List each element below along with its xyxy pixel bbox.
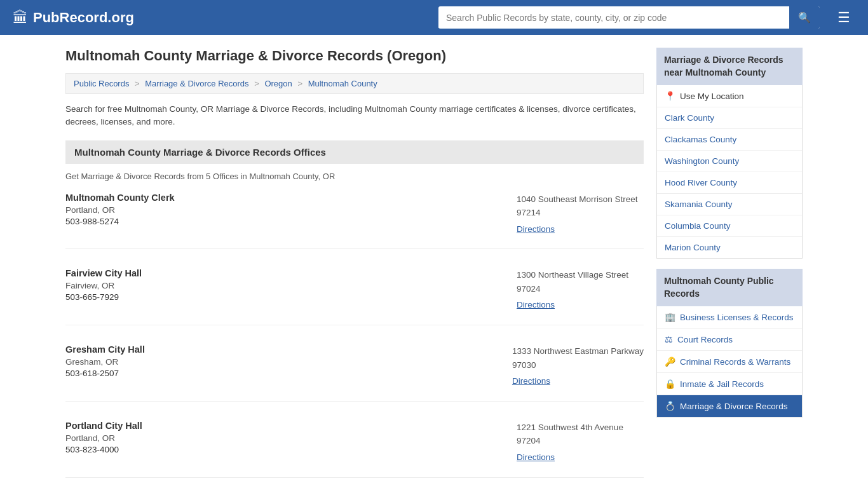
office-name: Fairview City Hall xyxy=(65,268,517,278)
office-city: Portland, OR xyxy=(65,205,517,215)
site-logo[interactable]: 🏛 PubRecord.org xyxy=(13,9,134,27)
marion-county-link[interactable]: Marion County xyxy=(657,237,802,258)
menu-button[interactable]: ☰ xyxy=(832,7,855,29)
public-record-link[interactable]: 💍 Marriage & Divorce Records xyxy=(657,395,802,417)
directions-link[interactable]: Directions xyxy=(517,451,644,464)
offices-list: Multnomah County Clerk Portland, OR 503-… xyxy=(65,193,644,489)
breadcrumb-sep-2: > xyxy=(254,79,261,88)
public-record-link[interactable]: 🏢 Business Licenses & Records xyxy=(657,306,802,328)
address-line1: 1221 Southwest 4th Avenue xyxy=(517,423,623,432)
main-content: Multnomah County Marriage & Divorce Reco… xyxy=(65,48,644,488)
logo-text: PubRecord.org xyxy=(33,10,134,26)
office-address: 1221 Southwest 4th Avenue 97204 Directio… xyxy=(517,421,644,464)
directions-link[interactable]: Directions xyxy=(517,222,644,236)
list-item[interactable]: Marion County xyxy=(657,237,802,258)
page-description: Search for free Multnomah County, OR Mar… xyxy=(65,103,644,129)
record-icon: 🏢 xyxy=(665,312,675,322)
office-address: 1333 Northwest Eastman Parkway 97030 Dir… xyxy=(512,344,644,388)
office-address: 1300 Northeast Village Street 97024 Dire… xyxy=(517,268,644,312)
location-icon: 📍 xyxy=(665,91,675,101)
office-city: Fairview, OR xyxy=(65,281,517,290)
office-city: Gresham, OR xyxy=(65,357,512,367)
breadcrumb-sep-3: > xyxy=(297,79,304,88)
clackamas-county-link[interactable]: Clackamas County xyxy=(657,129,802,150)
main-container: Multnomah County Marriage & Divorce Reco… xyxy=(53,35,815,488)
list-item[interactable]: Hood River County xyxy=(657,172,802,194)
record-icon: ⚖ xyxy=(665,334,673,344)
site-header: 🏛 PubRecord.org 🔍 ☰ xyxy=(0,0,868,35)
public-record-link[interactable]: 🔑 Criminal Records & Warrants xyxy=(657,351,802,372)
office-info: Gresham City Hall Gresham, OR 503-618-25… xyxy=(65,344,512,388)
record-label: Marriage & Divorce Records xyxy=(680,402,788,411)
hood-river-county-link[interactable]: Hood River County xyxy=(657,172,802,193)
search-bar: 🔍 xyxy=(438,6,820,29)
office-info: Portland City Hall Portland, OR 503-823-… xyxy=(65,421,517,464)
search-button[interactable]: 🔍 xyxy=(789,6,820,29)
office-phone: 503-618-2507 xyxy=(65,369,512,378)
list-item[interactable]: 🏢 Business Licenses & Records xyxy=(657,306,802,329)
list-item[interactable]: 🔑 Criminal Records & Warrants xyxy=(657,351,802,373)
record-label: Inmate & Jail Records xyxy=(680,379,764,389)
washington-county-link[interactable]: Washington County xyxy=(657,151,802,172)
office-entry: Gresham City Hall Gresham, OR 503-618-25… xyxy=(65,344,644,402)
list-item[interactable]: Washington County xyxy=(657,151,802,172)
office-phone: 503-823-4000 xyxy=(65,445,517,454)
building-icon: 🏛 xyxy=(13,9,28,27)
office-info: Fairview City Hall Fairview, OR 503-665-… xyxy=(65,268,517,312)
directions-link[interactable]: Directions xyxy=(517,298,644,312)
list-item[interactable]: 🔒 Inmate & Jail Records xyxy=(657,373,802,395)
breadcrumb: Public Records > Marriage & Divorce Reco… xyxy=(65,73,644,94)
list-item[interactable]: Clackamas County xyxy=(657,129,802,151)
use-location-link[interactable]: 📍 Use My Location xyxy=(657,85,802,107)
page-title: Multnomah County Marriage & Divorce Reco… xyxy=(65,48,644,64)
record-icon: 🔑 xyxy=(665,356,675,367)
offices-section-header: Multnomah County Marriage & Divorce Reco… xyxy=(65,140,644,164)
office-phone: 503-988-5274 xyxy=(65,217,517,226)
breadcrumb-multnomah[interactable]: Multnomah County xyxy=(308,79,377,88)
nearby-list: 📍 Use My Location Clark County Clackamas… xyxy=(656,85,803,259)
list-item[interactable]: Skamania County xyxy=(657,194,802,215)
office-entry: Portland City Hall Portland, OR 503-823-… xyxy=(65,421,644,478)
address-zip: 97214 xyxy=(517,208,541,217)
clark-county-link[interactable]: Clark County xyxy=(657,107,802,128)
columbia-county-link[interactable]: Columbia County xyxy=(657,215,802,236)
office-city: Portland, OR xyxy=(65,433,517,443)
address-zip: 97204 xyxy=(517,436,541,445)
public-records-section: Multnomah County Public Records 🏢 Busine… xyxy=(656,269,803,417)
address-line1: 1300 Northeast Village Street xyxy=(517,270,628,280)
address-line1: 1333 Northwest Eastman Parkway xyxy=(512,346,644,356)
nearby-section: Marriage & Divorce Records near Multnoma… xyxy=(656,48,803,259)
use-location-item[interactable]: 📍 Use My Location xyxy=(657,85,802,107)
list-item[interactable]: ⚖ Court Records xyxy=(657,329,802,351)
office-info: Multnomah County Clerk Portland, OR 503-… xyxy=(65,193,517,236)
address-line1: 1040 Southeast Morrison Street xyxy=(517,194,638,204)
list-item[interactable]: Clark County xyxy=(657,107,802,129)
search-input[interactable] xyxy=(438,8,789,28)
record-label: Business Licenses & Records xyxy=(680,313,794,322)
public-record-link[interactable]: 🔒 Inmate & Jail Records xyxy=(657,373,802,395)
office-name: Multnomah County Clerk xyxy=(65,193,517,203)
skamania-county-link[interactable]: Skamania County xyxy=(657,194,802,215)
directions-link[interactable]: Directions xyxy=(512,374,644,388)
use-location-label: Use My Location xyxy=(680,92,744,101)
office-name: Portland City Hall xyxy=(65,421,517,431)
breadcrumb-marriage-records[interactable]: Marriage & Divorce Records xyxy=(145,79,248,88)
public-records-list: 🏢 Business Licenses & Records ⚖ Court Re… xyxy=(656,306,803,417)
record-icon: 🔒 xyxy=(665,379,675,389)
office-entry: Fairview City Hall Fairview, OR 503-665-… xyxy=(65,268,644,325)
sidebar: Marriage & Divorce Records near Multnoma… xyxy=(656,48,803,488)
list-item[interactable]: Columbia County xyxy=(657,215,802,237)
breadcrumb-public-records[interactable]: Public Records xyxy=(74,79,129,88)
public-record-link[interactable]: ⚖ Court Records xyxy=(657,329,802,350)
record-icon: 💍 xyxy=(665,401,675,411)
office-phone: 503-665-7929 xyxy=(65,292,517,302)
breadcrumb-sep-1: > xyxy=(135,79,142,88)
nearby-title: Marriage & Divorce Records near Multnoma… xyxy=(656,48,803,85)
office-address: 1040 Southeast Morrison Street 97214 Dir… xyxy=(517,193,644,236)
breadcrumb-oregon[interactable]: Oregon xyxy=(264,79,292,88)
office-name: Gresham City Hall xyxy=(65,344,512,355)
address-zip: 97030 xyxy=(512,360,536,370)
list-item[interactable]: 💍 Marriage & Divorce Records xyxy=(657,395,802,417)
offices-count: Get Marriage & Divorce Records from 5 Of… xyxy=(65,172,644,181)
office-entry: Multnomah County Clerk Portland, OR 503-… xyxy=(65,193,644,250)
